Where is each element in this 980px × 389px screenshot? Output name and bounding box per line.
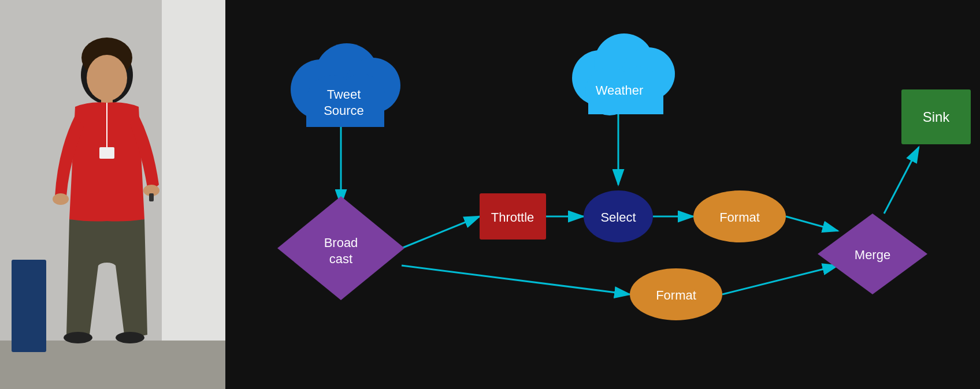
svg-point-13 [116,332,144,343]
merge-label: Merge [855,248,890,262]
select-node: Select [584,190,653,242]
svg-rect-14 [12,260,46,352]
format-bottom-node: Format [630,268,722,320]
sink-node: Sink [901,89,971,144]
broadcast-label: Broad [324,235,358,250]
svg-point-9 [53,193,69,205]
tweet-source-label2: Source [324,103,364,118]
select-label: Select [600,210,636,225]
format-bottom-label: Format [656,288,696,302]
diagram-panel: Tweet Source Weather Broad cast Throttle [225,0,980,389]
svg-rect-1 [162,0,225,389]
svg-rect-8 [99,147,114,159]
throttle-node: Throttle [480,193,546,240]
throttle-label: Throttle [491,210,534,225]
tweet-source-label: Tweet [327,87,361,102]
format-top-label: Format [719,210,760,225]
presenter-panel [0,0,225,389]
format-top-node: Format [693,190,786,242]
sink-label: Sink [923,109,951,125]
svg-rect-11 [149,193,154,201]
svg-point-5 [87,55,127,101]
weather-label: Weather [596,83,644,98]
svg-point-12 [64,332,92,343]
broadcast-label2: cast [329,252,352,266]
